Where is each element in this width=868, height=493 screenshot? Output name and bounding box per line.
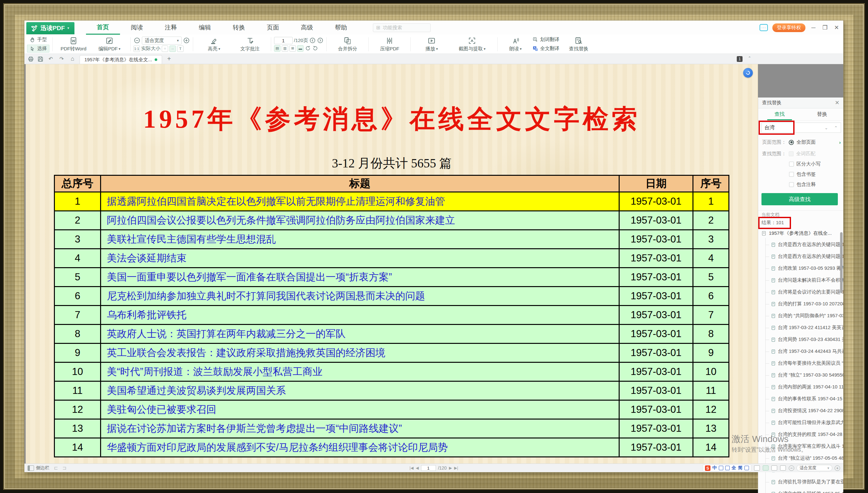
login-button[interactable]: 登录享特权 <box>772 23 805 32</box>
menu-item[interactable]: 转换 <box>222 21 256 35</box>
search-input[interactable] <box>762 123 822 132</box>
cell-title[interactable]: 华盛顿方面对印尼政局的发展感到不安/马尼拉条约组织理事会将讨论印尼局势 <box>101 438 619 457</box>
pdf-to-word-button[interactable]: PDF转Word <box>56 35 91 53</box>
search-result-item[interactable]: 台湾美海空军将立即投入战斗 1957-0 <box>758 441 843 452</box>
radio-all-pages[interactable] <box>789 140 794 145</box>
edit-pdf-button[interactable]: 编辑PDF▾ <box>91 35 127 53</box>
search-result-item[interactable]: 台湾将是会议讨论的主要问题 1957-0 <box>758 286 843 298</box>
advanced-find-button[interactable]: 高级查找 <box>761 193 838 205</box>
select-tool-button[interactable]: 选择 <box>27 45 49 52</box>
tab-replace[interactable]: 替换 <box>801 108 844 120</box>
find-next-down-icon[interactable]: ⌄ <box>822 125 831 130</box>
undo-icon[interactable]: ↶ <box>47 56 55 62</box>
one-to-one-icon[interactable]: 1:1 <box>133 46 140 52</box>
search-result-item[interactable]: 台湾投资情况 1957-04-22 290858 日 <box>758 405 843 417</box>
checkbox-include-bookmarks[interactable] <box>789 172 794 177</box>
zoom-in-icon[interactable] <box>183 37 190 44</box>
full-translate-button[interactable]: 全文翻译 <box>530 45 562 52</box>
prev-page-icon[interactable] <box>309 37 316 44</box>
search-result-item[interactable]: 台湾 1957-03-24 442443 马共再度提 <box>758 345 843 357</box>
view-mode-read-icon[interactable] <box>754 466 760 471</box>
close-button[interactable]: ✕ <box>833 24 840 31</box>
zoom-in-icon[interactable]: + <box>834 466 840 471</box>
next-page-icon[interactable] <box>317 37 323 44</box>
save-icon[interactable] <box>37 56 44 62</box>
minimize-button[interactable]: ─ <box>810 24 817 31</box>
panel-close-icon[interactable]: ✕ <box>835 100 840 106</box>
capture-extract-button[interactable]: 截图与提取▾ <box>449 35 494 53</box>
last-page-icon[interactable]: ▶| <box>454 466 458 470</box>
menu-item[interactable]: 编辑 <box>188 21 222 35</box>
cell-title[interactable]: 阿拉伯四国会议公报要以色列无条件撤军强调阿拉伯防务应由阿拉伯国家来建立 <box>101 211 619 230</box>
four-page-icon[interactable]: ⊞ <box>290 45 296 52</box>
cell-title[interactable]: 美法会谈延期结束 <box>101 249 619 268</box>
find-replace-button[interactable]: 查找替换 <box>562 35 595 53</box>
search-result-item[interactable]: 台湾 “独立” 1957-03-30 549550 美 <box>758 369 843 381</box>
rotate-ccw-icon[interactable] <box>312 45 318 51</box>
text-annotation-button[interactable]: 文字批注 <box>232 35 268 53</box>
cell-title[interactable]: 尼克松到加纳参加独立典礼时不打算同我国代表讨论两国悬而未决的问题 <box>101 287 619 306</box>
two-page-icon[interactable]: ▥ <box>282 45 288 52</box>
menu-item[interactable]: 页面 <box>256 21 290 35</box>
view-mode-single-icon[interactable] <box>763 466 768 471</box>
cell-title[interactable]: 据说在讨论苏加诺方案时各伊斯兰党曾考虑提出一项“中间路线建议” <box>101 419 619 438</box>
fit-page-icon[interactable]: ⁘ <box>162 46 168 52</box>
menu-item[interactable]: 首页 <box>86 21 120 35</box>
rotate-cw-icon[interactable] <box>305 45 311 51</box>
search-result-item[interactable]: 台湾政策 1957-03-05 9293 蒋帮说我 <box>758 262 843 274</box>
single-page-icon[interactable]: ▤ <box>274 45 280 52</box>
search-result-item[interactable]: 台湾 1957-03-22 411412 美英百慕大 <box>758 322 843 334</box>
continuous-page-icon[interactable]: ▬ <box>297 45 303 52</box>
collapse-ribbon-icon[interactable]: ˆ <box>746 56 754 62</box>
next-page-icon[interactable]: ▶ <box>449 466 452 470</box>
expand-range-icon[interactable]: › <box>839 140 841 145</box>
panel-scrollbar-thumb[interactable] <box>840 232 843 293</box>
compress-pdf-button[interactable]: 压缩PDF <box>372 35 407 53</box>
tab-find[interactable]: 查找 <box>758 108 801 120</box>
cell-title[interactable]: 美驻匈公使已被要求召回 <box>101 400 619 419</box>
view-mode-thumb-icon[interactable] <box>780 466 786 471</box>
first-page-icon[interactable]: |◀ <box>409 466 413 470</box>
cell-title[interactable]: 美国一面重申要以色列撤军一面准备在联合国提出一项“折衷方案” <box>101 268 619 287</box>
play-button[interactable]: 播放▾ <box>414 35 449 53</box>
status-zoom-select[interactable]: 适合宽度 ▾ <box>797 465 832 471</box>
find-prev-up-icon[interactable]: ⌃ <box>831 125 841 130</box>
new-tab-button[interactable]: + <box>165 55 173 63</box>
read-aloud-button[interactable]: 朗读▾ <box>501 35 530 53</box>
search-result-item[interactable]: 台湾是西方在远东的关键问题 1957-0 <box>758 239 843 251</box>
search-result-item[interactable]: 台湾可能性日增但并未放弃武力准备 1 <box>758 417 843 429</box>
status-page-input[interactable] <box>421 465 436 471</box>
app-logo[interactable]: 🕊 迅读PDF ▾ <box>26 22 75 34</box>
fit-text-icon[interactable]: T <box>177 46 184 52</box>
menu-item[interactable]: 高级 <box>290 21 324 35</box>
zoom-out-icon[interactable]: − <box>789 466 794 471</box>
cell-title[interactable]: 英政府人士说：英国打算在两年内裁减三分之一的军队 <box>101 325 619 344</box>
search-result-item[interactable]: 台湾 “独立运动” 1957-05-05 4810 <box>758 452 843 464</box>
search-result-item[interactable]: 台湾的支持的程度 1957-04-28 3679 <box>758 429 843 441</box>
search-result-item[interactable]: 台湾交由联合国托管 1957-05-15 176 <box>758 488 843 493</box>
tree-root-item[interactable]: 1957年《参考消息》在线全... <box>758 228 843 238</box>
cell-title[interactable]: 据透露阿拉伯四国首脑决定在以色列撤军以前无限期停止清理运河和修复油管 <box>101 192 619 211</box>
cell-title[interactable]: 乌布利希批评铁托 <box>101 306 619 325</box>
sidebar-toggle-icon[interactable] <box>27 466 34 471</box>
menu-item[interactable]: 注释 <box>154 21 188 35</box>
zoom-mode-select[interactable]: 适合宽度 ▾ <box>142 37 182 45</box>
fit-width-icon[interactable]: ·· <box>169 46 176 52</box>
prev-page-icon[interactable]: ◀ <box>416 466 419 470</box>
checkbox-include-notes[interactable] <box>789 182 794 187</box>
cell-title[interactable]: 美国希望通过美波贸易谈判发展两国关系 <box>101 381 619 400</box>
menu-item[interactable]: 帮助 <box>324 21 358 35</box>
zoom-out-icon[interactable] <box>133 37 141 44</box>
panel-right-icon[interactable]: ⊐ <box>63 465 67 471</box>
search-result-item[interactable]: 台湾局势 1957-03-23 430431 美国在 <box>758 334 843 345</box>
panel-left-icon[interactable]: ⊏ <box>54 465 58 471</box>
search-result-item[interactable]: 台湾内部的两派 1957-04-10 114682 <box>758 381 843 393</box>
home-icon[interactable]: ⌂ <box>69 56 77 62</box>
search-result-item[interactable]: 台湾驻扎导弹部队是为了要在亚洲显示 <box>758 476 843 488</box>
search-result-item[interactable]: 台湾是西方在远东的关键问题 1957-0 <box>758 251 843 262</box>
maximize-button[interactable]: ❐ <box>822 24 828 31</box>
search-result-item[interactable]: 台湾的 “共同防御条约” 1957-03-1 <box>758 310 843 322</box>
search-result-item[interactable]: 台湾问题未解决前日本不会积极支持我 <box>758 274 843 286</box>
feature-search-box[interactable]: ⊞ 功能搜索 <box>373 23 431 32</box>
merge-split-button[interactable]: 合并拆分 <box>330 35 365 53</box>
